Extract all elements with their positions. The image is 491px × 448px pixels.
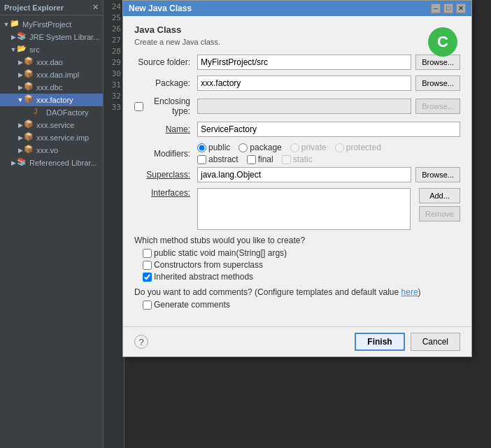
close-button[interactable]: ✕ <box>456 3 466 13</box>
modifier-public-radio[interactable] <box>197 143 206 152</box>
tree-arrow: ▶ <box>17 122 24 129</box>
modifier-protected-radio <box>335 143 344 152</box>
project-explorer-sidebar: Project Explorer ✕ ▼ 📁 MyFirstProject ▶ … <box>0 0 104 448</box>
new-java-class-dialog: New Java Class ─ □ ✕ C Java Class Create… <box>104 0 491 448</box>
tree-item-reflibs[interactable]: ▶ 📚 Referenced Librar... <box>0 157 103 169</box>
tree-label: xxx.service.imp <box>36 133 89 142</box>
modifier-line-2: abstract final static <box>197 154 381 164</box>
stubs-question: Which method stubs would you like to cre… <box>134 236 460 245</box>
interfaces-remove-button[interactable]: Remove <box>419 206 460 222</box>
tree-item-jre[interactable]: ▶ 📚 JRE System Librar... <box>0 31 103 43</box>
tree-arrow: ▶ <box>17 84 24 91</box>
source-folder-row: Source folder: Browse... <box>134 55 460 70</box>
package-input[interactable] <box>197 75 411 91</box>
tree-item-daoimpl[interactable]: ▶ 📦 xxx.dao.impl <box>0 68 103 81</box>
comments-question: Do you want to add comments? (Configure … <box>134 287 460 297</box>
generate-comments[interactable]: Generate comments <box>134 300 460 310</box>
superclass-browse-button[interactable]: Browse... <box>415 167 460 182</box>
dialog-titlebar: New Java Class ─ □ ✕ <box>123 1 471 16</box>
tree-item-service[interactable]: ▶ 📦 xxx.service <box>0 119 103 131</box>
modifier-final[interactable]: final <box>247 154 273 164</box>
modifier-private[interactable]: private <box>290 143 327 152</box>
tree-arrow: ▼ <box>10 46 17 53</box>
tree-item-dbc[interactable]: ▶ 📦 xxx.dbc <box>0 81 103 94</box>
finish-button[interactable]: Finish <box>355 333 404 351</box>
modifier-public[interactable]: public <box>197 143 230 152</box>
tree-item-src[interactable]: ▼ 📂 src <box>0 43 103 56</box>
folder-icon: 📂 <box>17 44 28 55</box>
tree-item-serviceimp[interactable]: ▶ 📦 xxx.service.imp <box>0 131 103 144</box>
footer-buttons: Finish Cancel <box>355 333 460 351</box>
stub-constructors-checkbox[interactable] <box>143 261 152 270</box>
name-input[interactable] <box>197 122 460 137</box>
tree-arrow: ▼ <box>17 96 24 103</box>
comments-section: Do you want to add comments? (Configure … <box>134 287 460 310</box>
modifiers-options: public package private <box>197 143 381 164</box>
source-folder-browse-button[interactable]: Browse... <box>415 55 460 70</box>
cancel-button[interactable]: Cancel <box>411 333 460 351</box>
help-icon[interactable]: ? <box>134 335 148 349</box>
maximize-button[interactable]: □ <box>443 3 453 13</box>
superclass-row: Superclass: Browse... <box>134 167 460 182</box>
modifier-package-radio[interactable] <box>239 143 248 152</box>
comments-link[interactable]: here <box>401 287 418 297</box>
modifier-package[interactable]: package <box>239 143 281 152</box>
interfaces-row: Interfaces: Add... Remove <box>134 188 460 230</box>
project-tree: ▼ 📁 MyFirstProject ▶ 📚 JRE System Librar… <box>0 15 103 448</box>
tree-item-daofactory[interactable]: J DAOFactory <box>0 106 103 119</box>
tree-arrow: ▶ <box>17 71 24 78</box>
superclass-label: Superclass: <box>134 170 197 180</box>
java-logo: C <box>428 27 457 57</box>
source-folder-input[interactable] <box>197 55 411 70</box>
interfaces-box <box>197 188 411 230</box>
dialog-box: New Java Class ─ □ ✕ C Java Class Create… <box>122 0 472 357</box>
stubs-section: Which method stubs would you like to cre… <box>134 236 460 282</box>
tree-label: DAOFactory <box>46 108 89 117</box>
interfaces-add-button[interactable]: Add... <box>419 188 460 203</box>
comments-prefix: Do you want to add comments? (Configure … <box>134 287 401 297</box>
modifier-protected[interactable]: protected <box>335 143 381 152</box>
abstract-checkbox[interactable] <box>197 155 206 164</box>
stub-inherited-checkbox[interactable] <box>143 273 152 282</box>
modifier-line-1: public package private <box>197 143 381 152</box>
tree-item-myfirstproject[interactable]: ▼ 📁 MyFirstProject <box>0 18 103 31</box>
tree-arrow: ▶ <box>17 59 24 66</box>
tree-arrow: ▶ <box>17 147 24 154</box>
sidebar-close-button[interactable]: ✕ <box>92 3 99 12</box>
stub-main-checkbox[interactable] <box>143 249 152 258</box>
tree-label: xxx.factory <box>36 96 73 104</box>
tree-item-dao[interactable]: ▶ 📦 xxx.dao <box>0 56 103 68</box>
stub-constructors[interactable]: Constructors from superclass <box>143 260 460 270</box>
modifier-abstract[interactable]: abstract <box>197 154 239 164</box>
name-row: Name: <box>134 122 460 137</box>
dialog-content: C Java Class Create a new Java class. So… <box>123 16 471 326</box>
tree-label: MyFirstProject <box>22 20 71 29</box>
final-checkbox[interactable] <box>247 155 256 164</box>
enclosing-browse-button: Browse... <box>415 99 460 114</box>
tree-label: Referenced Librar... <box>29 159 97 167</box>
static-checkbox <box>282 155 291 164</box>
tree-item-vo[interactable]: ▶ 📦 xxx.vo <box>0 144 103 157</box>
lib-icon: 📚 <box>17 31 28 43</box>
package-browse-button[interactable]: Browse... <box>415 75 460 91</box>
superclass-input[interactable] <box>197 167 411 182</box>
main-area: 24 25 26 27 28 29 30 31 32 33 New Java C… <box>104 0 491 448</box>
modifier-static[interactable]: static <box>282 154 313 164</box>
java-icon: J <box>34 107 45 118</box>
generate-comments-checkbox[interactable] <box>143 301 152 310</box>
stub-main[interactable]: public static void main(String[] args) <box>143 248 460 258</box>
stub-inherited[interactable]: Inherited abstract methods <box>143 272 460 282</box>
tree-label: xxx.vo <box>36 146 58 154</box>
tree-item-factory[interactable]: ▼ 📦 xxx.factory <box>0 94 103 106</box>
section-title: Java Class <box>134 24 460 35</box>
package-icon: 📦 <box>24 120 35 131</box>
tree-arrow: ▶ <box>10 34 17 41</box>
enclosing-type-checkbox[interactable] <box>134 102 143 111</box>
sidebar-header: Project Explorer ✕ <box>0 0 103 15</box>
name-label: Name: <box>134 124 197 134</box>
tree-label: xxx.service <box>36 121 74 129</box>
tree-arrow: ▶ <box>17 134 24 141</box>
minimize-button[interactable]: ─ <box>431 3 441 13</box>
enclosing-type-label: Enclosing type: <box>134 96 197 116</box>
modifiers-row: Modifiers: public package <box>134 143 460 164</box>
